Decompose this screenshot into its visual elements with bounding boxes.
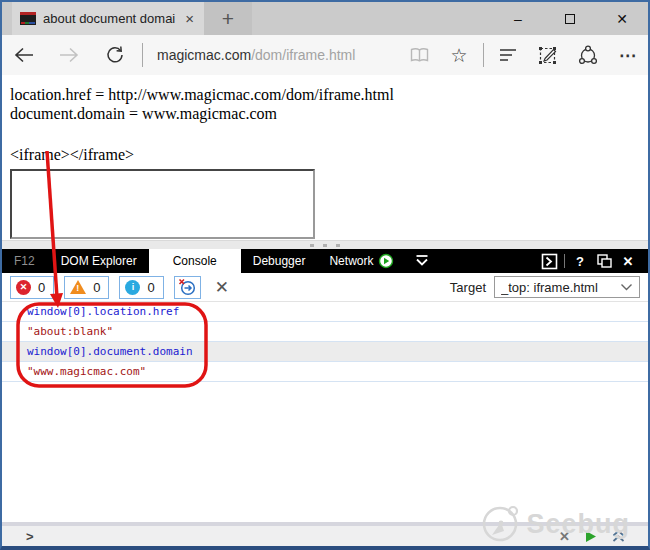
- dropdown-chevron-icon: [620, 283, 633, 292]
- network-record-play-icon: [378, 253, 394, 269]
- tab-debugger[interactable]: Debugger: [241, 249, 318, 273]
- clear-console-button[interactable]: ✕: [211, 277, 233, 298]
- close-button[interactable]: ✕: [596, 2, 648, 35]
- target-label: Target: [450, 280, 486, 295]
- clear-on-navigate-button[interactable]: [174, 276, 201, 299]
- devtools-tabbar: F12 DOM Explorer Console Debugger Networ…: [2, 249, 648, 273]
- error-filter-button[interactable]: ✕ 0: [10, 276, 54, 299]
- navigation-bar: magicmac.com/dom/iframe.html ☆: [2, 35, 648, 75]
- error-icon: ✕: [16, 280, 31, 295]
- more-actions-button[interactable]: ⋯: [608, 35, 648, 75]
- console-entry: window[0].document.domain: [2, 342, 648, 362]
- page-text-line: <iframe></iframe>: [10, 145, 648, 164]
- web-note-button[interactable]: [528, 35, 568, 75]
- devtools-divider: [564, 254, 565, 268]
- tab-title: about document domai: [43, 11, 176, 26]
- back-button[interactable]: [2, 35, 46, 75]
- page-text-line: document.domain = www.magicmac.com: [10, 104, 648, 123]
- nav-divider: [142, 43, 143, 67]
- hub-lines-icon: [498, 47, 518, 63]
- clear-on-navigate-icon: [178, 278, 196, 296]
- target-value: _top: iframe.html: [501, 280, 620, 295]
- console-output: window[0].location.href "about:blank" wi…: [2, 302, 648, 382]
- tab-network-label: Network: [329, 254, 373, 268]
- info-filter-button[interactable]: i 0: [119, 276, 163, 299]
- window-controls: – ✕: [492, 2, 648, 35]
- splitter-dot: [310, 244, 314, 247]
- tab-console[interactable]: Console: [149, 249, 241, 273]
- star-icon: ☆: [450, 44, 467, 67]
- hub-button[interactable]: [488, 35, 528, 75]
- url-host: magicmac.com: [157, 47, 251, 63]
- ellipsis-icon: ⋯: [619, 45, 637, 66]
- new-tab-button[interactable]: +: [204, 2, 252, 35]
- reading-view-button[interactable]: [399, 35, 439, 75]
- favorites-button[interactable]: ☆: [439, 35, 479, 75]
- chevron-down-icon: [414, 253, 430, 267]
- console-input-bar[interactable]: > ✕: [2, 526, 648, 546]
- unpin-button[interactable]: [592, 253, 616, 269]
- console-entry: "www.magicmac.com": [2, 362, 648, 382]
- prompt-chevron-icon: >: [26, 529, 34, 544]
- titlebar: about document domai × + – ✕: [2, 2, 648, 35]
- warning-icon: !: [70, 280, 86, 294]
- book-icon: [409, 46, 430, 64]
- console-entry: "about:blank": [2, 322, 648, 342]
- page-text-line: location.href = http://www.magicmac.com/…: [10, 85, 648, 104]
- browser-window: about document domai × + – ✕: [0, 0, 650, 550]
- web-note-pencil-icon: [538, 45, 558, 65]
- back-arrow-icon: [13, 46, 35, 64]
- url-path: /dom/iframe.html: [251, 47, 355, 63]
- tab-dom-explorer[interactable]: DOM Explorer: [49, 249, 149, 273]
- info-count: 0: [147, 280, 154, 295]
- maximize-button[interactable]: [544, 2, 596, 35]
- refresh-icon: [105, 45, 125, 65]
- console-entry: window[0].location.href: [2, 302, 648, 322]
- nav-divider: [483, 43, 484, 67]
- address-bar[interactable]: magicmac.com/dom/iframe.html: [147, 35, 399, 75]
- warning-count: 0: [93, 280, 100, 295]
- page-blank-line: [10, 123, 648, 145]
- devtools-close-button[interactable]: ✕: [616, 254, 640, 269]
- input-bar-controls: ✕: [559, 529, 640, 544]
- tab-close-icon[interactable]: ×: [183, 10, 196, 27]
- page-content: location.href = http://www.magicmac.com/…: [2, 75, 648, 240]
- maximize-icon: [565, 14, 575, 24]
- help-button[interactable]: ?: [568, 254, 592, 269]
- splitter-dot: [336, 244, 340, 247]
- favicon: [20, 12, 36, 25]
- warning-filter-button[interactable]: ! 0: [64, 276, 109, 299]
- nav-right-icons: ☆: [399, 35, 648, 75]
- share-button[interactable]: [568, 35, 608, 75]
- share-icon: [578, 45, 598, 65]
- tab-network[interactable]: Network: [317, 249, 406, 273]
- browser-tab[interactable]: about document domai ×: [12, 2, 204, 35]
- devtools-splitter[interactable]: [2, 240, 648, 249]
- forward-arrow-icon: [58, 46, 80, 64]
- console-toolbar: ✕ 0 ! 0 i 0 ✕ Target _top: iframe.html: [2, 273, 648, 302]
- input-clear-icon[interactable]: ✕: [559, 529, 570, 544]
- target-area: Target _top: iframe.html: [450, 276, 640, 298]
- target-dropdown[interactable]: _top: iframe.html: [494, 276, 640, 298]
- f12-label: F12: [2, 254, 49, 268]
- undock-windows-icon: [596, 253, 613, 269]
- console-box-icon: [541, 253, 558, 270]
- error-count: 0: [38, 280, 45, 295]
- console-prompt-button[interactable]: [537, 253, 561, 270]
- forward-button[interactable]: [46, 35, 92, 75]
- expand-input-chevrons-icon[interactable]: [611, 529, 626, 543]
- info-icon: i: [125, 280, 140, 295]
- minimize-button[interactable]: –: [492, 2, 544, 35]
- refresh-button[interactable]: [92, 35, 138, 75]
- splitter-dot: [323, 244, 327, 247]
- devtools-right-controls: ? ✕: [537, 253, 648, 270]
- more-tools-button[interactable]: [414, 253, 430, 270]
- run-play-icon[interactable]: [584, 530, 597, 543]
- iframe-element: [10, 169, 315, 239]
